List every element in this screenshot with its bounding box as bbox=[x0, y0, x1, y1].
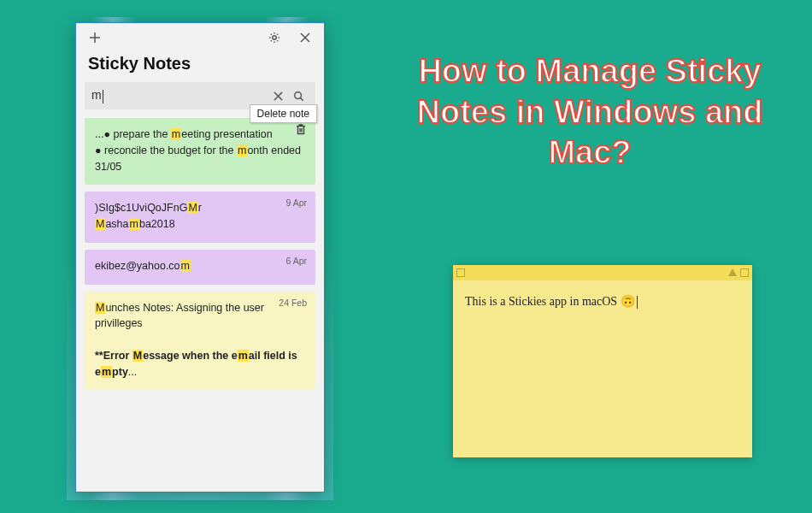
mac-close-button[interactable] bbox=[456, 268, 465, 277]
close-button[interactable] bbox=[290, 23, 321, 52]
plus-icon bbox=[89, 32, 101, 44]
svg-point-0 bbox=[273, 36, 276, 39]
new-note-button[interactable] bbox=[79, 23, 110, 52]
mac-note-text: This is a Stickies app in macOS 🙃 bbox=[465, 295, 635, 308]
windows-sticky-notes-app: Sticky Notes m Delete note ...● prepare … bbox=[75, 22, 325, 492]
gear-icon bbox=[268, 32, 280, 44]
mac-titlebar[interactable] bbox=[453, 265, 752, 280]
x-icon bbox=[273, 91, 284, 102]
article-title: How to Manage Sticky Notes in Windows an… bbox=[393, 51, 786, 174]
note-card[interactable]: 9 Apr)SIg$c1UviQoJFnGMrMashamba2018 bbox=[85, 192, 315, 243]
note-body: ...● prepare the meeting presentation● r… bbox=[95, 127, 305, 174]
search-button[interactable] bbox=[288, 91, 309, 102]
note-body: ekibez@yahoo.com bbox=[95, 258, 305, 274]
note-body: Munches Notes: Assigning the user privil… bbox=[95, 300, 305, 380]
note-card[interactable]: 6 Aprekibez@yahoo.com bbox=[85, 250, 315, 285]
macos-stickies-window: This is a Stickies app in macOS 🙃 bbox=[453, 265, 752, 457]
titlebar bbox=[76, 23, 324, 52]
settings-button[interactable] bbox=[259, 23, 290, 52]
note-body: )SIg$c1UviQoJFnGMrMashamba2018 bbox=[95, 200, 305, 233]
mac-collapse-button[interactable] bbox=[728, 268, 737, 276]
close-icon bbox=[299, 32, 311, 44]
app-heading: Sticky Notes bbox=[76, 52, 324, 82]
search-input-value: m bbox=[91, 88, 268, 103]
note-card[interactable]: ...● prepare the meeting presentation● r… bbox=[85, 118, 315, 185]
trash-icon bbox=[295, 123, 307, 135]
search-field[interactable]: m Delete note bbox=[85, 82, 315, 109]
clear-search-button[interactable] bbox=[268, 91, 288, 102]
mac-zoom-button[interactable] bbox=[740, 268, 749, 277]
notes-list: ...● prepare the meeting presentation● r… bbox=[76, 115, 324, 492]
note-card[interactable]: 24 FebMunches Notes: Assigning the user … bbox=[85, 292, 315, 391]
delete-note-button[interactable] bbox=[295, 123, 309, 137]
mac-note-body[interactable]: This is a Stickies app in macOS 🙃 bbox=[453, 280, 752, 322]
note-date: 9 Apr bbox=[285, 197, 307, 210]
tooltip: Delete note bbox=[250, 104, 317, 123]
note-date: 6 Apr bbox=[285, 255, 307, 268]
svg-point-1 bbox=[294, 91, 301, 98]
search-icon bbox=[293, 91, 304, 102]
note-date: 24 Feb bbox=[279, 297, 307, 310]
